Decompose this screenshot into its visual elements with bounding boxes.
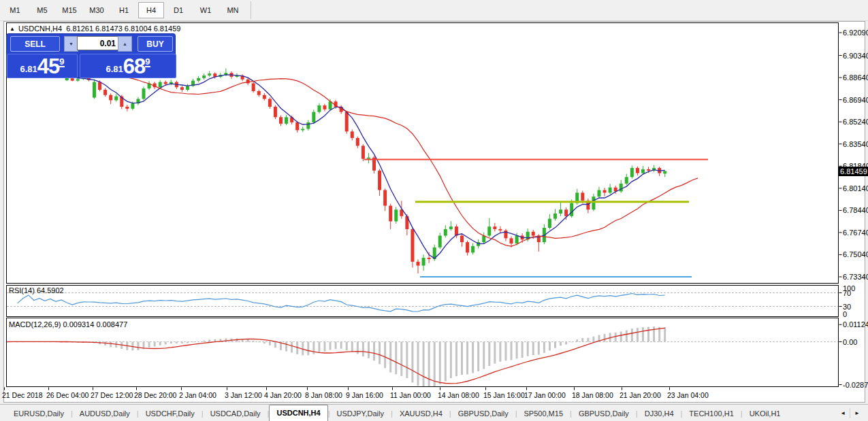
rsi-label: RSI(14) 64.5902 <box>9 286 64 294</box>
time-axis-label: 4 Jan 20:00 <box>264 391 302 399</box>
sell-price-pip: 9 <box>59 58 64 67</box>
time-axis-label: 14 Jan 08:00 <box>438 391 479 399</box>
sell-price-display[interactable]: 6.81459 <box>7 54 78 78</box>
time-axis-label: 26 Dec 04:00 <box>46 391 89 399</box>
price-axis-label: 6.85240 <box>843 118 868 126</box>
macd-axis-label: 0.00 <box>843 338 857 346</box>
time-axis-label: 2 Jan 04:00 <box>179 391 216 399</box>
timeframe-button-d1[interactable]: D1 <box>165 2 191 18</box>
timeframe-button-m5[interactable]: M5 <box>29 2 55 18</box>
time-axis-label: 15 Jan 16:00 <box>483 391 525 399</box>
tabs-scroll-right-button[interactable]: ► <box>850 408 864 418</box>
sell-price-prefix: 6.81 <box>20 64 37 74</box>
current-price-badge: 6.81459 <box>839 167 868 176</box>
price-axis-label: 6.76740 <box>843 229 868 237</box>
volume-input[interactable] <box>77 36 119 50</box>
chart-tab-gbpusd-daily[interactable]: GBPUSD,Daily <box>451 406 515 420</box>
chart-tab-tech100-h1[interactable]: TECH100,H1 <box>682 406 740 420</box>
volume-increase-button[interactable]: ▲ <box>118 36 132 52</box>
chart-title-ohlc: 6.81261 6.81473 6.81004 6.81459 <box>66 24 180 33</box>
time-axis-label: 21 Jan 20:00 <box>620 391 661 399</box>
timeframe-button-w1[interactable]: W1 <box>193 2 219 18</box>
macd-axis-label: -0.028797 <box>843 381 868 389</box>
chart-tab-gbpusd-daily[interactable]: GBPUSD,Daily <box>572 406 636 420</box>
chart-tab-usdcnh-h4[interactable]: USDCNH,H4 <box>269 405 327 421</box>
price-axis-label: 6.88640 <box>843 73 868 82</box>
price-axis-label: 6.73340 <box>843 273 868 281</box>
sell-button[interactable]: SELL <box>10 36 60 52</box>
timeframe-button-m30[interactable]: M30 <box>84 2 110 18</box>
timeframe-toolbar: M1M5M15M30H1H4D1W1MN <box>0 0 868 21</box>
chart-title-symbol: USDCNH,H4 <box>18 24 62 33</box>
price-axis-label: 6.75040 <box>843 250 868 258</box>
volume-decrease-button[interactable]: ▼ <box>64 36 78 52</box>
time-axis-label: 9 Jan 16:00 <box>346 391 383 399</box>
price-axis-label: 6.83540 <box>843 140 868 148</box>
time-axis-label: 3 Jan 12:00 <box>225 391 262 399</box>
buy-price-pip: 9 <box>145 58 150 67</box>
timeframe-button-m1[interactable]: M1 <box>2 2 28 18</box>
time-axis-label: 17 Jan 00:00 <box>524 391 566 399</box>
time-axis-label: 11 Jan 00:00 <box>390 391 431 399</box>
symbol-marker-icon: ▲ <box>10 26 15 32</box>
time-axis-label: 28 Dec 20:00 <box>134 391 177 399</box>
price-axis-label: 6.92090 <box>843 29 868 37</box>
chart-tab-eurusd-daily[interactable]: EURUSD,Daily <box>7 406 71 420</box>
buy-price-big: 68 <box>123 57 145 76</box>
time-axis-label: 18 Jan 08:00 <box>572 391 613 399</box>
price-axis-label: 6.78440 <box>843 206 868 214</box>
chart-tab-sp500-m15[interactable]: SP500,M15 <box>517 406 570 420</box>
mt4-chart-window: { "icons": { "symbol_marker": "▲", "volu… <box>0 0 868 421</box>
macd-label: MACD(12,26,9) 0.009314 0.008477 <box>9 320 127 329</box>
buy-price-display[interactable]: 6.81689 <box>80 54 176 78</box>
chart-tab-ukoil-h1[interactable]: UKOil,H1 <box>743 406 788 420</box>
chart-tabbar: EURUSD,Daily|AUDUSD,Daily|USDCHF,Daily|U… <box>0 404 868 421</box>
timeframe-button-h4[interactable]: H4 <box>138 2 164 18</box>
buy-price-prefix: 6.81 <box>106 64 123 74</box>
chart-tab-usdchf-daily[interactable]: USDCHF,Daily <box>139 406 202 420</box>
time-axis-label: 8 Jan 08:00 <box>305 391 342 399</box>
toolbar-separator <box>251 1 251 19</box>
timeframe-button-m15[interactable]: M15 <box>57 2 82 18</box>
time-axis-label: 27 Dec 12:00 <box>91 391 133 399</box>
rsi-axis-label: 70 <box>843 289 851 297</box>
timeframe-button-h1[interactable]: H1 <box>111 2 137 18</box>
chart-tab-xauusd-h4[interactable]: XAUUSD,H4 <box>393 406 449 420</box>
rsi-axis-label: 0 <box>843 310 847 318</box>
chart-tab-audusd-daily[interactable]: AUDUSD,Daily <box>73 406 137 420</box>
rsi-plot[interactable] <box>7 286 839 317</box>
sell-price-big: 45 <box>37 57 59 76</box>
chart-title: ▲USDCNH,H4 6.81261 6.81473 6.81004 6.814… <box>10 24 180 33</box>
timeframe-button-mn[interactable]: MN <box>220 2 246 18</box>
price-axis-label: 6.80140 <box>843 184 868 192</box>
time-axis-label: 23 Jan 04:00 <box>667 391 709 399</box>
price-axis-label: 6.90340 <box>843 52 868 60</box>
chart-tab-usdcad-daily[interactable]: USDCAD,Daily <box>204 406 268 420</box>
chevron-down-icon: ▼ <box>69 41 74 46</box>
buy-button[interactable]: BUY <box>138 36 173 52</box>
one-click-trading-panel: SELL ▼ ▲ BUY 6.81459 6.81689 <box>7 34 175 78</box>
tabs-scroll-left-button[interactable]: ◄ <box>836 408 850 418</box>
chevron-up-icon: ▲ <box>123 41 127 46</box>
macd-axis-label: 0.011242 <box>843 320 868 329</box>
price-axis-label: 6.86940 <box>843 96 868 104</box>
time-axis-label: 21 Dec 2018 <box>2 391 43 399</box>
chart-tab-dj30-h4[interactable]: DJ30,H4 <box>638 406 681 420</box>
chart-tab-usdjpy-daily[interactable]: USDJPY,Daily <box>330 406 391 420</box>
